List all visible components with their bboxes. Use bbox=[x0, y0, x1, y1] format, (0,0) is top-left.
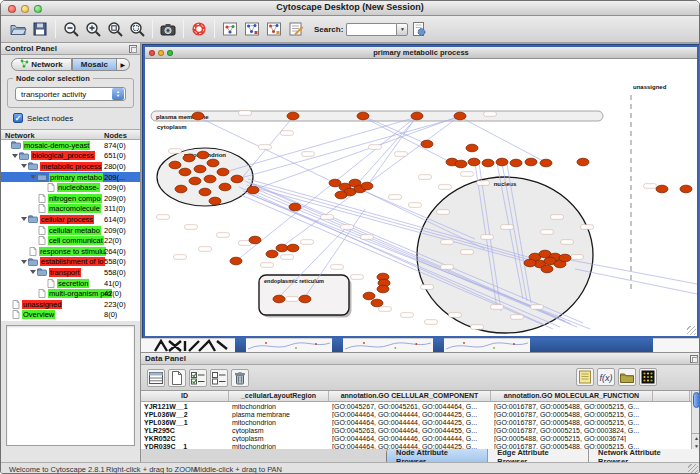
open-session-icon[interactable] bbox=[8, 19, 28, 39]
network-node[interactable] bbox=[289, 203, 301, 211]
table-mode-icon[interactable] bbox=[147, 369, 165, 387]
node-color-dropdown[interactable]: transporter activity ▲▼ bbox=[15, 87, 126, 101]
network-node[interactable] bbox=[230, 257, 242, 265]
network-node[interactable] bbox=[510, 159, 522, 167]
network-node[interactable] bbox=[194, 165, 206, 173]
select-nodes-checkbox[interactable]: ✓ bbox=[13, 113, 23, 123]
search-dropdown-arrow-icon[interactable]: ▼ bbox=[396, 23, 408, 36]
window-resize-grip[interactable] bbox=[688, 464, 698, 474]
column-header--cellularlayoutregion[interactable]: _cellularLayoutRegion bbox=[229, 391, 329, 401]
network-node[interactable] bbox=[209, 197, 221, 205]
network-node[interactable] bbox=[540, 159, 552, 167]
tree-row-nucleobase-[interactable]: nucleobase-209(0) bbox=[1, 182, 140, 193]
tab-mosaic[interactable]: Mosaic bbox=[72, 58, 117, 71]
tree-row-multi-organism-pro[interactable]: multi-organism pro42(0) bbox=[1, 288, 140, 299]
network-node[interactable] bbox=[179, 168, 191, 176]
network-node[interactable] bbox=[482, 159, 494, 167]
expand-arrow-icon[interactable] bbox=[21, 260, 27, 264]
network-node[interactable] bbox=[287, 244, 299, 252]
network-node[interactable] bbox=[455, 160, 467, 168]
expand-arrow-icon[interactable] bbox=[30, 270, 36, 274]
network-canvas[interactable]: plasma membranecytoplasmmitochondrionnuc… bbox=[145, 59, 697, 336]
help-icon[interactable] bbox=[189, 19, 209, 39]
network-node[interactable] bbox=[466, 144, 478, 152]
tree-row-cellular-process[interactable]: cellular process614(0) bbox=[1, 214, 140, 225]
zoom-in-icon[interactable] bbox=[83, 19, 103, 39]
network-node[interactable] bbox=[276, 244, 288, 252]
network-node[interactable] bbox=[247, 186, 259, 194]
tree-row-macromolecule[interactable]: macromolecule311(0) bbox=[1, 204, 140, 215]
tree-row-response-to-stimulu[interactable]: response to stimulu264(0) bbox=[1, 246, 140, 257]
tree-row-nitrogen-compo[interactable]: nitrogen compo209(0) bbox=[1, 193, 140, 204]
formula-builder-icon[interactable]: f(x) bbox=[597, 368, 615, 386]
network-node[interactable] bbox=[189, 177, 201, 185]
matrix-view-icon[interactable] bbox=[639, 368, 657, 386]
network-node[interactable] bbox=[192, 112, 204, 120]
tree-row-unassigned[interactable]: unassigned223(0) bbox=[1, 299, 140, 310]
unselect-attributes-icon[interactable] bbox=[210, 369, 228, 387]
snapshot-icon[interactable] bbox=[158, 19, 178, 39]
scrollbar-arrows[interactable]: ▲▼ bbox=[692, 433, 700, 449]
network-node[interactable] bbox=[207, 159, 219, 167]
column-header-id[interactable]: ID bbox=[141, 391, 229, 401]
network-node[interactable] bbox=[357, 112, 369, 120]
session-settings-icon[interactable] bbox=[409, 19, 429, 39]
network-node[interactable] bbox=[199, 188, 211, 196]
network-node[interactable] bbox=[231, 175, 243, 183]
network-node[interactable] bbox=[454, 112, 466, 120]
tree-row-cellular-metabo[interactable]: cellular metabo209(0) bbox=[1, 225, 140, 236]
expand-arrow-icon[interactable] bbox=[30, 175, 36, 179]
create-attribute-icon[interactable] bbox=[168, 369, 186, 387]
search-input[interactable] bbox=[346, 23, 396, 36]
network-node[interactable] bbox=[656, 185, 668, 193]
network-node[interactable] bbox=[411, 112, 423, 120]
tree-row-overview[interactable]: Overview8(0) bbox=[1, 310, 140, 321]
table-row-ydr039c__1[interactable]: YDR039C__1mitochondrion[GO:0044464, GO:0… bbox=[141, 442, 691, 449]
network-node[interactable] bbox=[299, 295, 311, 303]
tree-row-transport[interactable]: transport558(0) bbox=[1, 267, 140, 278]
network-node[interactable] bbox=[217, 168, 229, 176]
network-node[interactable] bbox=[273, 295, 285, 303]
tree-row-primary-metabo[interactable]: primary metabo209(... bbox=[1, 172, 140, 183]
network-node[interactable] bbox=[287, 112, 299, 120]
network-node[interactable] bbox=[468, 158, 480, 166]
network-node[interactable] bbox=[169, 161, 181, 169]
network-node[interactable] bbox=[524, 259, 536, 267]
network-node[interactable] bbox=[496, 158, 508, 166]
zoom-out-icon[interactable] bbox=[61, 19, 81, 39]
float-panel-icon[interactable] bbox=[129, 45, 137, 53]
connect-nodes-icon[interactable] bbox=[264, 19, 284, 39]
table-row-yjr121w__1[interactable]: YJR121W__1mitochondrion[GO:0045267, GO:0… bbox=[141, 402, 691, 410]
network-node[interactable] bbox=[266, 250, 278, 258]
select-attributes-icon[interactable] bbox=[189, 369, 207, 387]
vizmapper-icon[interactable] bbox=[220, 19, 240, 39]
table-row-ylr295c[interactable]: YLR295Ccytoplasm[GO:0045263, GO:0044464,… bbox=[141, 426, 691, 434]
network-node[interactable] bbox=[371, 299, 383, 307]
network-node[interactable] bbox=[525, 158, 537, 166]
tree-row-metabolic-process[interactable]: metabolic process280(0) bbox=[1, 161, 140, 172]
tree-row-mosaic-demo-yeast[interactable]: mosaic-demo-yeast874(0) bbox=[1, 140, 140, 151]
network-node[interactable] bbox=[249, 236, 261, 244]
tree-row-cell-communicat[interactable]: cell communicat22(0) bbox=[1, 235, 140, 246]
table-scrollbar[interactable]: ▲▼ bbox=[691, 391, 700, 449]
network-node[interactable] bbox=[421, 140, 433, 148]
tree-row-establishment-of-lo[interactable]: establishment of lo558(0) bbox=[1, 257, 140, 268]
save-session-icon[interactable] bbox=[30, 19, 50, 39]
tree-row-biological-process[interactable]: biological_process651(0) bbox=[1, 151, 140, 162]
network-node[interactable] bbox=[175, 185, 187, 193]
tab-network[interactable]: Network bbox=[11, 58, 72, 71]
network-node[interactable] bbox=[197, 151, 209, 159]
network-node[interactable] bbox=[559, 254, 571, 262]
float-data-panel-icon[interactable] bbox=[690, 355, 698, 363]
tree-row-secretion[interactable]: secretion41(0) bbox=[1, 278, 140, 289]
scrollbar-thumb[interactable] bbox=[693, 392, 700, 408]
attribute-notes-icon[interactable] bbox=[576, 368, 594, 386]
tab-overflow-arrow-icon[interactable]: ▶ bbox=[117, 58, 130, 71]
network-node[interactable] bbox=[680, 185, 692, 193]
delete-attribute-icon[interactable] bbox=[231, 369, 249, 387]
network-node[interactable] bbox=[204, 175, 216, 183]
expand-arrow-icon[interactable] bbox=[21, 164, 27, 168]
import-attributes-icon[interactable] bbox=[618, 368, 636, 386]
network-node[interactable] bbox=[577, 158, 589, 166]
table-row-ypl036w__2[interactable]: YPL036W__2plasma membrane[GO:0044464, GO… bbox=[141, 410, 691, 418]
